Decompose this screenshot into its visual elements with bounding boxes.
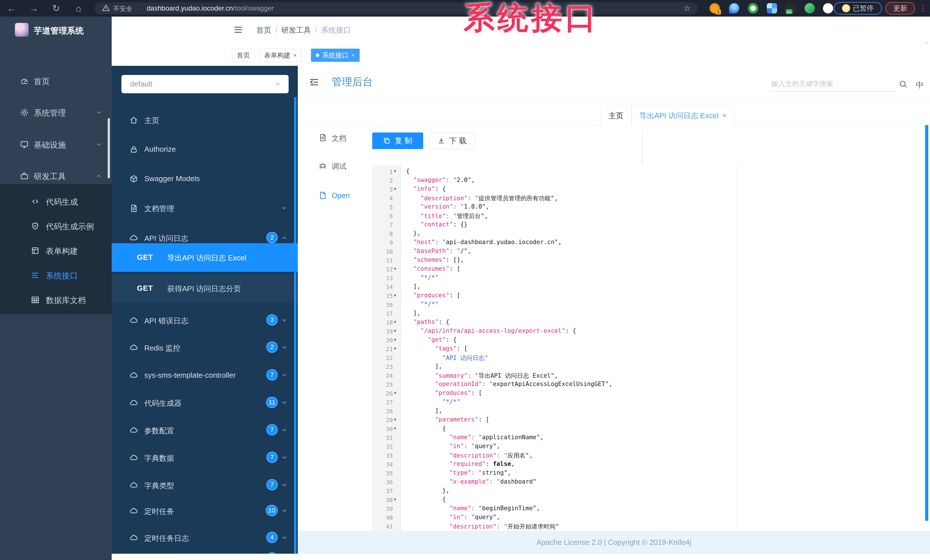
sidebar-scrollbar[interactable] — [108, 118, 110, 178]
doc-tab-1[interactable]: 导出API 访问日志 Excel× — [632, 105, 734, 126]
code-line: 8 }, — [372, 230, 736, 238]
api-nav-item[interactable]: 文档管理 — [112, 200, 298, 217]
line-number: 22 — [372, 354, 393, 361]
tag-close-icon[interactable]: × — [293, 52, 297, 59]
fold-caret-icon[interactable]: ▾ — [394, 346, 396, 351]
fold-caret-icon[interactable]: ▾ — [394, 426, 396, 431]
sidebar-item-0[interactable]: 首页 — [0, 73, 112, 89]
api-operation[interactable]: GET 导出API 访问日志 Excel — [112, 243, 298, 272]
api-nav-item[interactable]: 字典类型 7 — [112, 477, 298, 494]
tab-close-icon[interactable]: × — [722, 112, 727, 120]
language-toggle[interactable]: 中 — [916, 80, 924, 91]
tag-close-icon[interactable]: × — [351, 52, 355, 59]
line-number: 28 — [372, 408, 393, 415]
extension-icon[interactable] — [729, 3, 739, 14]
code-line: 20 ▾ "get": { — [372, 336, 736, 345]
copy-button[interactable]: 复 制 — [372, 132, 423, 149]
api-nav-item[interactable]: Authorize — [112, 141, 298, 158]
tag-0[interactable]: 首页 — [232, 49, 255, 62]
chevron-down-icon — [281, 534, 288, 541]
bookmark-star-icon[interactable]: ☆ — [684, 4, 691, 13]
sidebar-subitem-2[interactable]: 表单构建 — [0, 242, 112, 259]
fold-caret-icon[interactable]: ▾ — [394, 169, 396, 174]
download-button[interactable]: 下 载 — [429, 132, 475, 149]
doc-search-input[interactable] — [771, 80, 892, 88]
logo-row[interactable]: 芋道管理系统 — [0, 22, 112, 42]
count-badge: 7 — [266, 451, 278, 463]
browser-menu-icon[interactable]: ⋮ — [919, 3, 927, 13]
api-nav-item[interactable]: Swagger Models — [112, 170, 298, 187]
line-number: 21 — [372, 346, 393, 353]
fold-caret-icon[interactable]: ▾ — [394, 266, 396, 271]
api-nav-item[interactable]: 字典数据 7 — [112, 449, 298, 466]
paused-extension-pill[interactable]: 已暂停 — [834, 2, 882, 15]
code-line: 23 ], — [372, 362, 736, 371]
extension-icon[interactable] — [767, 3, 777, 14]
api-nav-item[interactable]: 岗位 — [112, 550, 298, 554]
api-nav-item[interactable]: API 错误日志 3 — [112, 312, 298, 329]
doc-nav-文档[interactable]: 文档 — [298, 132, 355, 144]
extension-icon[interactable]: cn — [786, 3, 796, 14]
sidebar-item-2[interactable]: 基础设施 — [0, 136, 112, 153]
fold-caret-icon[interactable]: ▾ — [394, 417, 396, 422]
fold-caret-icon[interactable]: ▾ — [394, 186, 396, 192]
api-nav-item[interactable]: sys-sms-template-controller 7 — [112, 367, 298, 384]
sidebar-subitem-3[interactable]: 系统接口 — [0, 267, 112, 284]
emoji-face-icon — [842, 4, 850, 12]
extension-icon[interactable] — [748, 3, 758, 14]
cloud-icon — [129, 426, 138, 435]
doc-tab-0[interactable]: 主页 — [600, 105, 632, 126]
api-nav-item[interactable]: 定时任务日志 4 — [112, 529, 298, 546]
sidebar-subitem-4[interactable]: 数据库文档 — [0, 292, 112, 308]
sidebar-item-1[interactable]: 系统管理 — [0, 104, 112, 121]
breadcrumb-tools[interactable]: 研发工具 — [281, 26, 311, 34]
code-line: 21 ▾ "tags": [ — [372, 345, 736, 354]
url-text[interactable]: dashboard.yudao.iocoder.cn/tool/swagger — [146, 4, 274, 12]
sidebar-subitem-0[interactable]: 代码生成 — [0, 193, 112, 210]
line-number: 18 — [372, 319, 393, 326]
fold-caret-icon[interactable]: ▾ — [394, 390, 396, 396]
main-scrollbar[interactable] — [925, 125, 928, 521]
browser-reload-icon[interactable]: ↻ — [48, 0, 65, 17]
sidebar-subitem-1[interactable]: 代码生成示例 — [0, 218, 112, 234]
fold-caret-icon[interactable]: ▾ — [394, 319, 396, 324]
doc-nav-调试[interactable]: 调试 — [298, 160, 355, 172]
api-nav-item[interactable]: Redis 监控 2 — [112, 339, 298, 356]
swagger-sidebar-scrollbar[interactable] — [294, 97, 296, 554]
doc-header: 管理后台 中 — [298, 66, 930, 99]
code-line: 36 "x-example": "dashboard" — [372, 478, 736, 487]
group-select[interactable]: default — [122, 75, 289, 93]
update-button[interactable]: 更新 — [885, 2, 915, 15]
api-nav-item[interactable]: 定时任务 10 — [112, 502, 298, 520]
breadcrumb-home[interactable]: 首页 — [256, 26, 271, 34]
fold-caret-icon[interactable]: ▾ — [394, 293, 396, 298]
api-nav-item[interactable]: 参数配置 7 — [112, 422, 298, 439]
chevron-down-icon — [281, 372, 288, 378]
cloud-icon — [129, 234, 138, 242]
code-line: 13 "*/*" — [372, 274, 736, 283]
line-number: 34 — [372, 461, 393, 468]
doc-nav-Open[interactable]: Open — [298, 190, 355, 201]
sidebar-item-3[interactable]: 研发工具 — [0, 168, 112, 184]
fold-caret-icon[interactable]: ▾ — [394, 328, 396, 333]
tag-1[interactable]: 表单构建× — [259, 49, 302, 62]
browser-home-icon[interactable]: ⌂ — [70, 0, 87, 17]
doc-search-icon[interactable] — [899, 80, 908, 89]
extension-icon[interactable]: 1 — [710, 3, 720, 14]
browser-forward-icon[interactable]: → — [25, 0, 42, 17]
extension-icon[interactable] — [805, 3, 815, 14]
extension-icon[interactable] — [823, 3, 833, 14]
api-nav-item[interactable]: 代码生成器 11 — [112, 394, 298, 411]
fold-caret-icon[interactable]: ▾ — [394, 497, 396, 502]
api-operation[interactable]: GET 获得API 访问日志分页 — [112, 274, 298, 303]
line-number: 11 — [372, 257, 393, 264]
collapse-menu-icon[interactable] — [309, 77, 320, 87]
hamburger-icon[interactable] — [233, 25, 243, 35]
api-nav-item[interactable]: 主页 — [112, 112, 298, 129]
code-editor[interactable]: 1 ▾ { 2 "swagger": "2.0", 3 ▾ "info": { … — [372, 165, 737, 531]
code-line: 30 ▾ { — [372, 425, 736, 434]
tag-2[interactable]: 系统接口× — [311, 49, 360, 62]
browser-back-icon[interactable]: ← — [3, 0, 20, 17]
copy-icon — [383, 137, 391, 144]
fold-caret-icon[interactable]: ▾ — [394, 337, 396, 342]
